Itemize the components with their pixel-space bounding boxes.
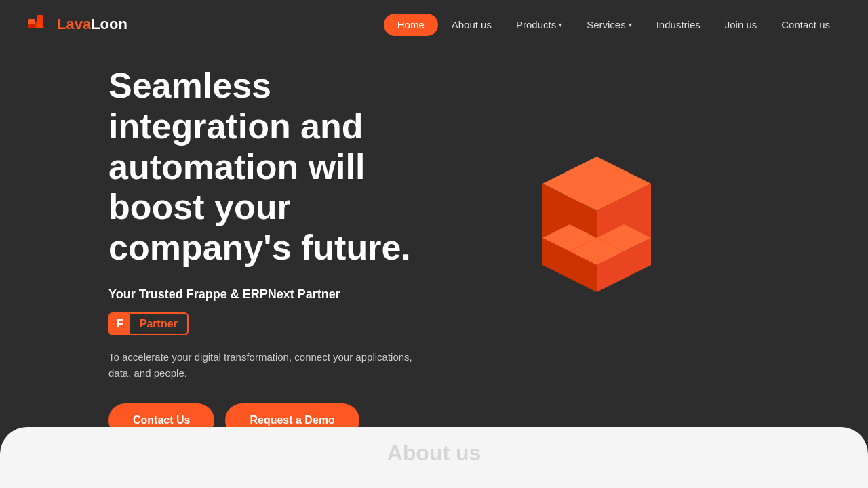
nav-item-services[interactable]: Services ▾ bbox=[576, 14, 643, 36]
bottom-section: About us bbox=[0, 427, 868, 488]
partner-badge: F Partner bbox=[108, 312, 189, 336]
partner-badge-text: Partner bbox=[130, 314, 187, 334]
partner-badge-icon: F bbox=[110, 314, 130, 334]
logo-icon bbox=[27, 12, 52, 37]
products-dropdown-icon: ▾ bbox=[559, 21, 562, 28]
services-dropdown-icon: ▾ bbox=[629, 21, 632, 28]
nav-item-contact[interactable]: Contact us bbox=[770, 14, 841, 36]
hero-title: Seamless integration and automation will… bbox=[108, 66, 434, 268]
hero-description: To accelerate your digital transformatio… bbox=[108, 349, 420, 382]
hero-section: Seamless integration and automation will… bbox=[0, 49, 868, 427]
logo-text: LavaLoon bbox=[57, 16, 127, 33]
hero-visual bbox=[434, 143, 760, 360]
hero-subtitle: Your Trusted Frappe & ERPNext Partner bbox=[108, 287, 434, 302]
nav-item-join[interactable]: Join us bbox=[714, 14, 768, 36]
nav-item-home[interactable]: Home bbox=[384, 14, 438, 36]
hero-content: Seamless integration and automation will… bbox=[108, 66, 434, 437]
nav-item-industries[interactable]: Industries bbox=[646, 14, 711, 36]
bottom-section-heading: About us bbox=[387, 441, 481, 466]
navigation: LavaLoon Home About us Products ▾ Servic… bbox=[0, 0, 868, 49]
hero-cube-illustration bbox=[488, 143, 705, 360]
nav-item-products[interactable]: Products ▾ bbox=[505, 14, 573, 36]
nav-item-about[interactable]: About us bbox=[441, 14, 502, 36]
nav-links: Home About us Products ▾ Services ▾ Indu… bbox=[384, 14, 841, 36]
logo[interactable]: LavaLoon bbox=[27, 12, 127, 37]
svg-rect-4 bbox=[28, 24, 35, 28]
